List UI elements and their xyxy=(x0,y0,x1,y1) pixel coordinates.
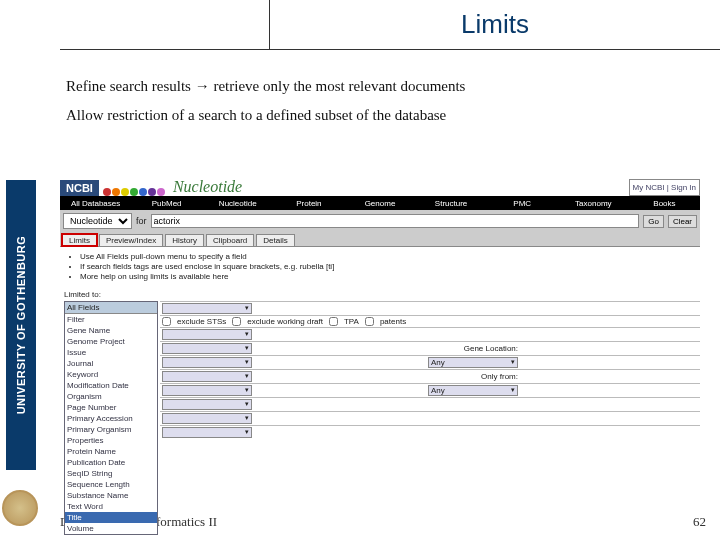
title-bar: Limits xyxy=(60,0,720,50)
ncbi-logo: NCBI xyxy=(60,180,99,196)
limit-select[interactable] xyxy=(162,343,252,354)
university-seal-icon xyxy=(2,490,38,526)
limits-form: All Fields Filter Gene Name Genome Proje… xyxy=(60,301,700,439)
chk-sts[interactable] xyxy=(162,317,171,326)
ncbi-spectrum-icon xyxy=(103,188,165,196)
clear-button[interactable]: Clear xyxy=(668,215,697,228)
nav-item[interactable]: All Databases xyxy=(60,199,131,208)
body-text: Refine search results → retrieve only th… xyxy=(66,78,700,124)
nav-item[interactable]: Taxonomy xyxy=(558,199,629,208)
chk-tpa[interactable] xyxy=(329,317,338,326)
university-name: UNIVERSITY OF GOTHENBURG xyxy=(15,236,27,415)
limit-select[interactable] xyxy=(162,303,252,314)
limit-select[interactable] xyxy=(162,371,252,382)
help-list: Use All Fields pull-down menu to specify… xyxy=(60,247,700,288)
slide-title: Limits xyxy=(461,9,529,40)
nav-item[interactable]: Structure xyxy=(416,199,487,208)
university-sidebar: UNIVERSITY OF GOTHENBURG xyxy=(6,180,36,470)
go-button[interactable]: Go xyxy=(643,215,664,228)
tab-preview[interactable]: Preview/Index xyxy=(99,234,163,246)
limit-select[interactable] xyxy=(162,399,252,410)
tab-details[interactable]: Details xyxy=(256,234,294,246)
any-select[interactable]: Any xyxy=(428,385,518,396)
search-bar: Nucleotide for Go Clear xyxy=(60,210,700,232)
top-nav: All Databases PubMed Nucleotide Protein … xyxy=(60,196,700,210)
limit-select[interactable] xyxy=(162,329,252,340)
tab-row: Limits Preview/Index History Clipboard D… xyxy=(60,232,700,247)
chk-draft[interactable] xyxy=(232,317,241,326)
tab-limits[interactable]: Limits xyxy=(62,234,97,246)
nav-item[interactable]: PMC xyxy=(487,199,558,208)
tab-history[interactable]: History xyxy=(165,234,204,246)
nav-item[interactable]: Nucleotide xyxy=(202,199,273,208)
page-number: 62 xyxy=(693,514,706,530)
limit-select[interactable] xyxy=(162,385,252,396)
database-select[interactable]: Nucleotide xyxy=(63,213,132,229)
field-dropdown[interactable]: All Fields Filter Gene Name Genome Proje… xyxy=(64,301,158,535)
nav-item[interactable]: Books xyxy=(629,199,700,208)
limit-select[interactable] xyxy=(162,427,252,438)
arrow-icon: → xyxy=(195,78,210,94)
tab-clipboard[interactable]: Clipboard xyxy=(206,234,254,246)
search-input[interactable] xyxy=(151,214,640,228)
limited-to-label: Limited to: xyxy=(64,290,696,299)
nav-item[interactable]: Protein xyxy=(273,199,344,208)
limit-select[interactable] xyxy=(162,357,252,368)
ncbi-screenshot: NCBI Nucleotide My NCBI | Sign In All Da… xyxy=(60,170,700,480)
ncbi-product-title: Nucleotide xyxy=(173,178,242,196)
any-select[interactable]: Any xyxy=(428,357,518,368)
limit-select[interactable] xyxy=(162,413,252,424)
nav-item[interactable]: Genome xyxy=(344,199,415,208)
nav-item[interactable]: PubMed xyxy=(131,199,202,208)
chk-patents[interactable] xyxy=(365,317,374,326)
ncbi-login-link[interactable]: My NCBI | Sign In xyxy=(629,179,700,196)
